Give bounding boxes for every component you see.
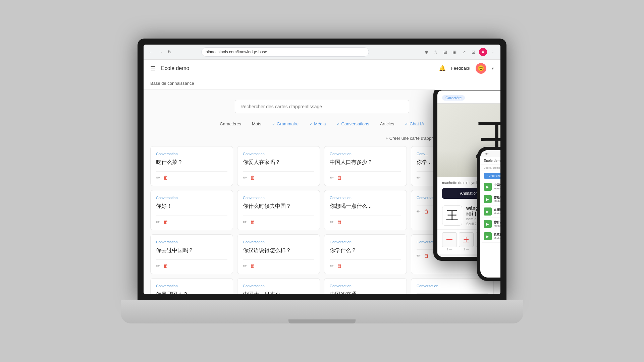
stroke-num-1: 1 — — [447, 248, 452, 251]
tab-grammaire[interactable]: ✓ Grammaire — [268, 120, 303, 128]
phone-title: Ecole demo — [484, 159, 500, 163]
edit-icon[interactable]: ✏ — [330, 263, 334, 268]
delete-icon[interactable]: 🗑 — [163, 175, 168, 180]
split-icon[interactable]: ▣ — [451, 48, 458, 56]
list-item: ▶ 中国大日本小 Modul... — [482, 181, 500, 193]
grid-icon[interactable]: ⊞ — [441, 48, 449, 56]
edit-icon[interactable]: ✏ — [417, 253, 421, 258]
edit-icon[interactable]: ✏ — [243, 219, 247, 225]
phone-item-title-1: 中国大日本小 — [494, 183, 500, 187]
tablet-header: Caractère — [437, 90, 500, 104]
edit-icon[interactable]: ✏ — [243, 175, 247, 180]
tablet-tag: Caractère — [442, 95, 465, 101]
card-title: 你好！ — [156, 202, 227, 210]
card-title: 吃什么菜？ — [156, 159, 227, 166]
tab-conversations[interactable]: ✓ Conversations — [333, 120, 373, 128]
user-avatar[interactable]: 😊 — [476, 63, 486, 74]
delete-icon[interactable]: 🗑 — [163, 263, 168, 268]
card-label: Conversation — [243, 240, 314, 244]
back-button[interactable]: ← — [148, 49, 154, 55]
address-bar[interactable]: nihaochinois.com/knowledge-base — [201, 47, 369, 57]
edit-icon[interactable]: ✏ — [156, 175, 160, 180]
card-footer: ✏ 🗑 — [156, 171, 227, 180]
refresh-button[interactable]: ↻ — [166, 49, 173, 55]
delete-icon[interactable]: 🗑 — [424, 209, 429, 214]
bookmark-icon[interactable]: ☆ — [432, 48, 439, 56]
delete-icon[interactable]: 🗑 — [163, 219, 168, 225]
phone-item-title-3: 在哪里？ — [494, 208, 500, 212]
edit-icon[interactable]: ✏ — [243, 263, 247, 268]
card-title: 中国的交通 — [330, 291, 401, 294]
edit-icon[interactable]: ✏ — [330, 175, 334, 180]
stroke-step-2: 王 2 — — [459, 232, 474, 251]
tab-chat-ia[interactable]: ✓ Chat IA — [401, 120, 428, 128]
card-title: 你爱人在家吗？ — [243, 159, 314, 166]
edit-icon[interactable]: ✏ — [330, 219, 334, 225]
card-footer: ✏ 🗑 — [243, 259, 314, 268]
browser-user-avatar[interactable]: X — [479, 48, 487, 56]
table-row: Conversation 中国大，日本小 ✏ 🗑 — [237, 278, 320, 294]
edit-icon[interactable]: ✏ — [417, 209, 421, 214]
more-icon[interactable]: ⋮ — [489, 48, 496, 56]
phone-screen: ●●● Ecole demo Cours / Demo Méthode d'In… — [480, 150, 500, 278]
delete-icon[interactable]: 🗑 — [250, 263, 255, 268]
feedback-button[interactable]: Feedback — [451, 66, 470, 71]
phone-item-title-2: 你是哪国人？ — [494, 196, 500, 200]
phone-item-title-4: 你什么？ — [494, 221, 500, 225]
phone-item-text-2: 你是哪国人？ Modul... — [494, 196, 500, 203]
laptop-frame: ← → ↻ nihaochinois.com/knowledge-base ⊕ … — [121, 39, 523, 323]
card-label: Conversation — [156, 196, 227, 200]
forward-button[interactable]: → — [157, 49, 164, 55]
tablet-char-small-text: 王 — [446, 207, 458, 224]
card-footer: ✏ 🗑 — [243, 216, 314, 225]
app-title: Ecole demo — [161, 65, 190, 71]
extension-icon[interactable]: ⊕ — [423, 48, 430, 56]
search-input[interactable] — [235, 100, 409, 113]
tab-mots[interactable]: Mots — [248, 120, 265, 128]
breadcrumb: Base de connaissance — [150, 81, 194, 86]
edit-icon[interactable]: ✏ — [156, 219, 160, 225]
delete-icon[interactable]: 🗑 — [424, 253, 429, 258]
delete-icon[interactable]: 🗑 — [250, 175, 255, 180]
share-icon[interactable]: ↗ — [460, 48, 468, 56]
profile-icon[interactable]: ⊡ — [470, 48, 477, 56]
tab-articles[interactable]: Articles — [376, 120, 398, 128]
stroke-step-1: 一 1 — — [442, 232, 457, 251]
delete-icon[interactable]: 🗑 — [337, 175, 342, 180]
browser-bar: ← → ↻ nihaochinois.com/knowledge-base ⊕ … — [144, 45, 500, 60]
notification-icon[interactable]: 🔔 — [439, 65, 446, 71]
card-title: 你学什么？ — [330, 247, 401, 254]
card-title: 你想喝一点什么... — [330, 202, 401, 210]
edit-icon[interactable]: ✏ — [156, 263, 160, 268]
card-label: Conversation — [156, 240, 227, 244]
tablet-frame: Caractère 王 roi machette du roi, symbole… — [433, 90, 500, 261]
header-right: 🔔 Feedback 😊 ▾ — [439, 63, 494, 74]
phone-item-title-5: 你汉语说得怎么样？ — [494, 233, 500, 237]
delete-icon[interactable]: 🗑 — [337, 263, 342, 268]
delete-icon[interactable]: 🗑 — [250, 219, 255, 225]
list-item: ▶ 你是哪国人？ Modul... — [482, 193, 500, 205]
edit-icon[interactable]: ✏ — [417, 175, 421, 180]
main-content: Caractères Mots ✓ Grammaire ✓ Média ✓ Co… — [144, 90, 500, 294]
phone-item-icon-1: ▶ — [484, 183, 492, 191]
pinyin-text: wáng — [466, 205, 478, 211]
phone-create-btn[interactable]: + Créer une leçon — [484, 173, 500, 179]
card-label: Conversation — [330, 152, 401, 156]
tablet-char-small: 王 — [442, 205, 462, 226]
user-dropdown-icon[interactable]: ▾ — [492, 66, 494, 71]
app-header: ☰ Ecole demo 🔔 Feedback 😊 ▾ — [144, 60, 500, 77]
tab-media[interactable]: ✓ Média — [305, 120, 330, 128]
card-label: Conversation — [156, 152, 227, 156]
card-title: 你汉语说得怎么样？ — [243, 247, 314, 254]
card-label: Conversation — [330, 284, 401, 288]
phone-item-icon-5: ▶ — [484, 232, 492, 240]
menu-icon[interactable]: ☰ — [150, 65, 156, 72]
table-row: Conversation 你学什么？ ✏ 🗑 — [324, 234, 407, 274]
delete-icon[interactable]: 🗑 — [337, 219, 342, 225]
browser-actions: ⊕ ☆ ⊞ ▣ ↗ ⊡ X ⋮ — [423, 48, 496, 56]
phone-header: Ecole demo — [480, 157, 500, 165]
phone-item-text-5: 你汉语说得怎么样？ Modul... — [494, 233, 500, 240]
table-row: Conversation 你什么时候去中国？ ✏ 🗑 — [237, 190, 320, 230]
tab-caracteres[interactable]: Caractères — [216, 120, 245, 128]
laptop-screen: ← → ↻ nihaochinois.com/knowledge-base ⊕ … — [144, 45, 500, 294]
